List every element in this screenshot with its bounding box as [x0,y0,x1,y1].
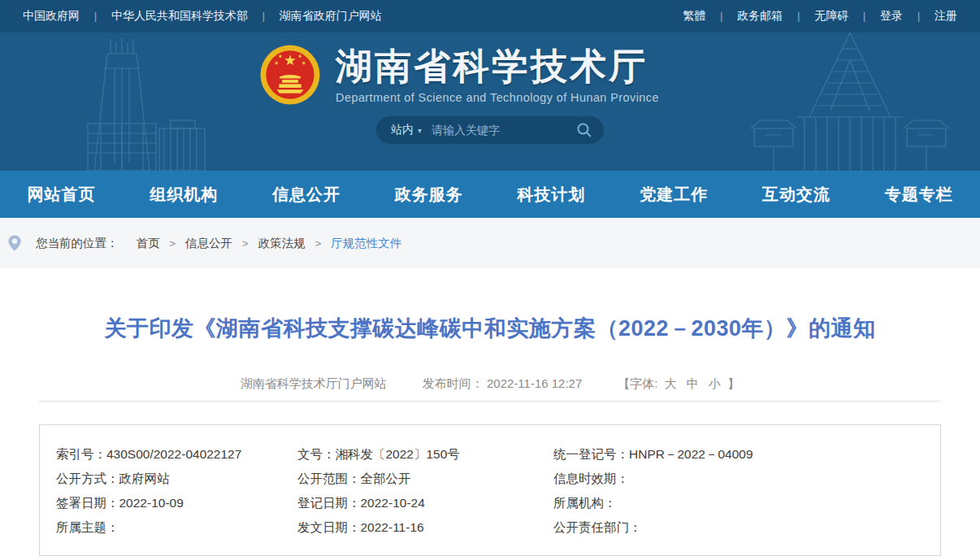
link-register[interactable]: 注册 [934,9,957,22]
breadcrumb-separator: > [170,237,176,250]
article-content: 关于印发《湖南省科技支撑碳达峰碳中和实施方案（2022－2030年）》的通知 湖… [0,268,980,556]
font-size-close: 】 [727,376,739,390]
separator: | [720,11,722,22]
breadcrumb-item-home[interactable]: 首页 [137,236,160,251]
meta-signing-date: 签署日期：2022-10-09 [56,495,297,511]
breadcrumb-item-policies[interactable]: 政策法规 [258,236,306,251]
link-accessibility[interactable]: 无障碍 [814,9,848,22]
divider [39,401,941,402]
breadcrumb-item-info-disclosure[interactable]: 信息公开 [185,236,232,251]
link-gov-mail[interactable]: 政务邮箱 [737,9,783,22]
publish-time-label: 发布时间： [423,376,483,390]
site-brand: 湖南省科学技术厅 Department of Science and Techn… [0,33,949,106]
meta-disclosure-scope: 公开范围：全部公开 [297,471,553,487]
nav-item-organization[interactable]: 组织机构 [123,171,245,218]
nav-item-gov-services[interactable]: 政务服务 [367,171,490,218]
link-most[interactable]: 中华人民共和国科学技术部 [111,9,248,22]
search-scope-label: 站内 [391,123,414,137]
breadcrumb: 您当前的位置： 首页 > 信息公开 > 政策法规 > 厅规范性文件 [0,218,980,268]
separator: | [797,11,800,22]
nav-item-special-topics[interactable]: 专题专栏 [857,171,980,218]
search-icon [576,122,592,138]
site-header: 湖南省科学技术厅 Department of Science and Techn… [0,33,980,171]
nav-item-home[interactable]: 网站首页 [0,171,123,218]
article-source: 湖南省科学技术厅门户网站 [241,376,387,391]
nav-item-party-building[interactable]: 党建工作 [613,171,735,218]
search-input[interactable] [431,124,576,137]
chevron-down-icon: ▾ [418,126,422,135]
publish-time: 发布时间： 2022-11-16 12:27 [423,376,583,391]
breadcrumb-item-current[interactable]: 厅规范性文件 [331,236,401,251]
meta-unified-reg-number: 统一登记号：HNPR－2022－04009 [553,446,924,463]
link-traditional-chinese[interactable]: 繁體 [683,9,705,22]
separator: | [94,11,97,22]
topbar-right-links: 繁體 | 政务邮箱 | 无障碍 | 登录 | 注册 [683,9,957,24]
link-hunan-gov[interactable]: 湖南省政府门户网站 [280,9,382,22]
meta-issue-date: 发文日期：2022-11-16 [297,519,553,536]
main-nav: 网站首页 组织机构 信息公开 政务服务 科技计划 党建工作 互动交流 专题专栏 [0,171,980,218]
location-pin-icon [7,234,23,252]
separator: | [917,11,920,22]
national-emblem-logo [259,44,321,106]
font-size-open: 【字体: [618,376,657,390]
search-button[interactable] [576,122,592,138]
font-size-medium[interactable]: 中 [687,376,699,390]
meta-registration-date: 登记日期：2022-10-24 [297,495,553,511]
meta-responsible-dept: 公开责任部门： [553,519,924,536]
nav-item-interaction[interactable]: 互动交流 [735,171,858,218]
brand-text: 湖南省科学技术厅 Department of Science and Techn… [336,46,659,104]
breadcrumb-separator: > [315,237,322,250]
meta-topic: 所属主题： [56,519,297,536]
site-title-english: Department of Science and Technology of … [336,91,659,104]
font-size-large[interactable]: 大 [665,376,677,390]
meta-disclosure-method: 公开方式：政府网站 [56,471,297,487]
font-size-small[interactable]: 小 [709,376,721,390]
link-china-gov[interactable]: 中国政府网 [23,9,80,22]
site-search: 站内 ▾ [376,116,604,144]
link-login[interactable]: 登录 [880,9,903,22]
article-title: 关于印发《湖南省科技支撑碳达峰碳中和实施方案（2022－2030年）》的通知 [39,312,941,345]
separator: | [262,11,265,22]
meta-doc-number: 文号：湘科发〔2022〕150号 [297,446,553,463]
separator: | [863,11,865,22]
site-title: 湖南省科学技术厅 [336,46,659,88]
meta-affiliated-org: 所属机构： [553,495,924,511]
meta-validity-period: 信息时效期： [553,471,924,487]
document-meta-table: 索引号：430S00/2022-04022127 文号：湘科发〔2022〕150… [39,424,941,556]
search-scope-dropdown[interactable]: 站内 ▾ [391,123,422,137]
article-meta: 湖南省科学技术厅门户网站 发布时间： 2022-11-16 12:27 【字体:… [39,376,941,391]
breadcrumb-prefix: 您当前的位置： [36,236,119,251]
publish-time-value: 2022-11-16 12:27 [487,376,582,390]
font-size-controls: 【字体: 大 中 小 】 [618,376,739,391]
meta-index-number: 索引号：430S00/2022-04022127 [56,446,297,463]
breadcrumb-separator: > [242,237,249,250]
topbar-left-links: 中国政府网 | 中华人民共和国科学技术部 | 湖南省政府门户网站 [23,9,382,24]
nav-item-sci-tech-programs[interactable]: 科技计划 [490,171,613,218]
nav-item-info-disclosure[interactable]: 信息公开 [245,171,368,218]
topbar: 中国政府网 | 中华人民共和国科学技术部 | 湖南省政府门户网站 繁體 | 政务… [0,0,980,33]
